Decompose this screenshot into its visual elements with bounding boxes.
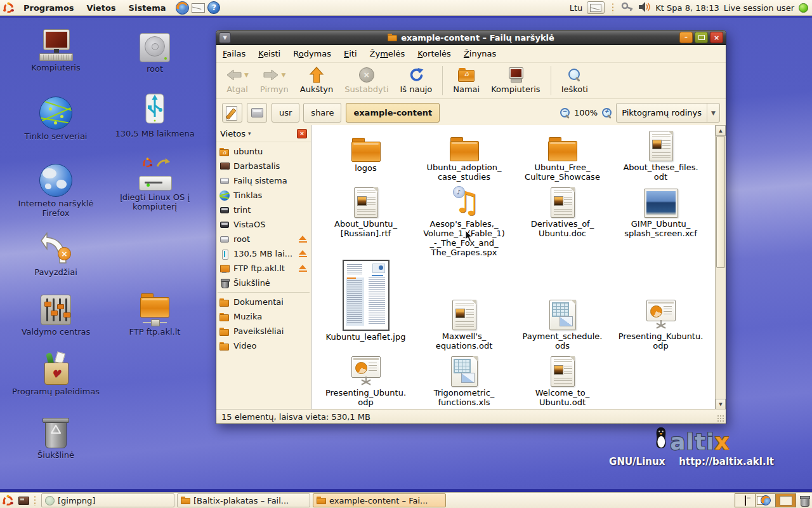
toggle-location-entry-button[interactable]: [222, 103, 242, 123]
toolbar-up-button[interactable]: Aukštyn: [294, 65, 339, 97]
sidebar-item--iuk-lin-[interactable]: Šiukšlinė: [216, 276, 311, 290]
sidebar-item-vistaos[interactable]: VistaOS: [216, 217, 311, 232]
file-item-aesop-s-fables-volume-1-fable-1-the-fox-[interactable]: ♫♪Aesop's_Fables,_Volume_1_(Fable_1)_-_T…: [415, 182, 513, 258]
close-button[interactable]: ×: [710, 32, 723, 43]
eject-button[interactable]: [298, 265, 308, 272]
file-item-presenting-kubuntu-odp[interactable]: Presenting_Kubuntu.odp: [612, 258, 710, 351]
distro-logo-icon[interactable]: [3, 2, 15, 14]
help-launcher-icon[interactable]: ?: [207, 1, 220, 14]
file-item-payment-schedule-ods[interactable]: Payment_schedule.ods: [513, 258, 612, 351]
show-desktop-button[interactable]: [16, 493, 31, 507]
minimize-button[interactable]: –: [679, 32, 693, 43]
toolbar-computer-button[interactable]: Kompiuteris: [485, 65, 546, 97]
keyboard-layout-indicator[interactable]: Ltu: [570, 3, 583, 13]
scroll-down-button[interactable]: ▼: [716, 399, 726, 410]
path-button-share[interactable]: share: [303, 103, 341, 123]
applet-handle[interactable]: [611, 2, 615, 13]
sidebar-item-paveiksl-liai[interactable]: Paveikslėliai: [216, 324, 311, 338]
sidebar-item-fail-sistema[interactable]: Failų sistema: [216, 173, 311, 188]
panel-menu-sistema[interactable]: Sistema: [122, 0, 173, 15]
desktop-icon-usb-drive[interactable]: 130,5 MB laikmena: [102, 94, 208, 138]
desktop-icon-control-center[interactable]: Valdymo centras: [11, 292, 100, 337]
sidebar-item-trint[interactable]: trint: [216, 203, 311, 217]
sidebar-item-dokumentai[interactable]: Dokumentai: [216, 295, 311, 309]
file-item-kubuntu-leaflet-jpg[interactable]: Kubuntu_leaflet.jpg: [317, 258, 415, 351]
desktop-icon-trash[interactable]: Šiukšlinė: [11, 415, 100, 460]
menu-eiti[interactable]: Eiti: [344, 49, 357, 58]
mail-indicator[interactable]: [587, 1, 605, 14]
file-item-logos[interactable]: logos: [317, 125, 415, 182]
sidebar-item-ftp-ftp-akl-lt[interactable]: FTP ftp.akl.lt: [216, 261, 311, 276]
chevron-down-icon[interactable]: ▼: [281, 72, 285, 78]
file-item-derivatives-of-ubuntu-doc[interactable]: Derivatives_of_Ubuntu.doc: [513, 182, 612, 258]
toolbar-forward-button[interactable]: ▼Pirmyn: [254, 65, 294, 97]
user-menu[interactable]: Live session user: [724, 3, 794, 13]
menu-žinynas[interactable]: Žinynas: [464, 49, 496, 58]
desktop-icon-installer[interactable]: Įdiegti Linux OS į kompiuterį: [102, 157, 208, 212]
zoom-out-icon[interactable]: −: [560, 107, 570, 118]
path-button-usr[interactable]: usr: [272, 103, 299, 123]
file-item-gimp-ubuntu-splash-screen-xcf[interactable]: GIMP_Ubuntu_splash_screen.xcf: [612, 182, 710, 258]
volume-icon[interactable]: [638, 1, 651, 15]
menu-rodymas[interactable]: Rodymas: [293, 49, 331, 58]
trash-applet-icon[interactable]: [799, 495, 809, 506]
applet-handle[interactable]: [33, 495, 37, 506]
workspace-2[interactable]: [756, 494, 776, 507]
panel-menu-programos[interactable]: Programos: [17, 0, 81, 15]
sidebar-item-ubuntu[interactable]: ⌂ubuntu: [216, 144, 311, 159]
sidebar-item-video[interactable]: Video: [216, 338, 311, 353]
toolbar-refresh-button[interactable]: Iš naujo: [395, 65, 438, 97]
sidebar-item-darbastalis[interactable]: Darbastalis: [216, 159, 311, 173]
menu-failas[interactable]: Failas: [223, 49, 246, 58]
taskbar-task[interactable]: example-content – Fai...: [313, 493, 446, 507]
taskbar-task[interactable]: [Baltix-plakatas – Fail...: [177, 493, 310, 507]
sidebar-item-root[interactable]: root: [216, 232, 311, 246]
toolbar-search-button[interactable]: Ieškoti: [556, 65, 594, 97]
sidebar-item-muzika[interactable]: Muzika: [216, 309, 311, 324]
chevron-down-icon[interactable]: ▼: [244, 72, 249, 78]
menu-žymelės[interactable]: Žymelės: [370, 49, 405, 58]
desktop-icon-app-bag[interactable]: ♥Programų paleidimas: [11, 352, 100, 396]
file-item-ubuntu-adoption-case-studies[interactable]: Ubuntu_adoption_case_studies: [415, 125, 513, 182]
toolbar-home-button[interactable]: ⌂Namai: [447, 65, 485, 97]
view-mode-dropdown[interactable]: Piktogramų rodinys ▼: [616, 103, 720, 123]
filesystem-root-button[interactable]: [247, 103, 267, 123]
toolbar-back-button[interactable]: ▼Atgal: [220, 65, 254, 97]
file-item-maxwell-s-equations-odt[interactable]: Maxwell's_equations.odt: [415, 258, 513, 351]
sidebar-item-130-5-mb-lai-[interactable]: 130,5 MB lai...: [216, 246, 311, 261]
scrollbar-thumb[interactable]: [716, 136, 725, 268]
zoom-in-icon[interactable]: +: [601, 107, 612, 118]
resize-grip[interactable]: [717, 415, 725, 423]
menu-keisti[interactable]: Keisti: [258, 49, 280, 58]
clock[interactable]: Kt Spa 8, 18:13: [655, 3, 719, 13]
desktop-icon-web-globe[interactable]: Interneto naršyklė Firefox: [5, 164, 107, 218]
vertical-scrollbar[interactable]: ▲ ▼: [715, 125, 726, 410]
menu-kortelės[interactable]: Kortelės: [417, 49, 451, 58]
key-icon[interactable]: [621, 1, 634, 15]
sidebar-item-tinklas[interactable]: Tinklas: [216, 188, 311, 203]
file-item-welcome-to-ubuntu-odt[interactable]: Welcome_to_Ubuntu.odt: [513, 351, 612, 410]
file-item-about-ubuntu-russian-rtf[interactable]: About_Ubuntu_[Russian].rtf: [317, 182, 415, 258]
file-item-presenting-ubuntu-odp[interactable]: Presenting_Ubuntu.odp: [317, 351, 415, 410]
desktop-icon-harddisk[interactable]: root: [110, 29, 199, 74]
eject-button[interactable]: [298, 236, 308, 243]
current-folder-button[interactable]: example-content: [346, 103, 440, 123]
distro-logo-icon[interactable]: [2, 495, 14, 507]
mail-launcher-icon[interactable]: [192, 3, 205, 13]
file-item-trigonometric-functions-xls[interactable]: Trigonometric_functions.xls: [415, 351, 513, 410]
desktop-icon-examples-link[interactable]: ×Pavyzdžiai: [11, 232, 100, 277]
maximize-button[interactable]: [695, 32, 708, 43]
desktop-icon-computer[interactable]: Kompiuteris: [11, 28, 100, 72]
sidebar-header[interactable]: Vietos ▾ ×: [216, 125, 311, 142]
presence-status-icon[interactable]: [799, 3, 808, 13]
file-item-about-these-files-odt[interactable]: About_these_files.odt: [612, 125, 710, 182]
firefox-launcher-icon[interactable]: [176, 1, 189, 15]
scroll-up-button[interactable]: ▲: [716, 125, 726, 136]
panel-menu-vietos[interactable]: Vietos: [81, 0, 122, 15]
file-item-ubuntu-free-culture-showcase[interactable]: Ubuntu_Free_Culture_Showcase: [513, 125, 612, 182]
sidebar-close-button[interactable]: ×: [297, 129, 307, 138]
workspace-1[interactable]: [735, 494, 756, 507]
workspace-3-active[interactable]: [776, 494, 796, 507]
toolbar-stop-button[interactable]: ×Sustabdyti: [339, 65, 394, 97]
eject-button[interactable]: [298, 250, 308, 257]
